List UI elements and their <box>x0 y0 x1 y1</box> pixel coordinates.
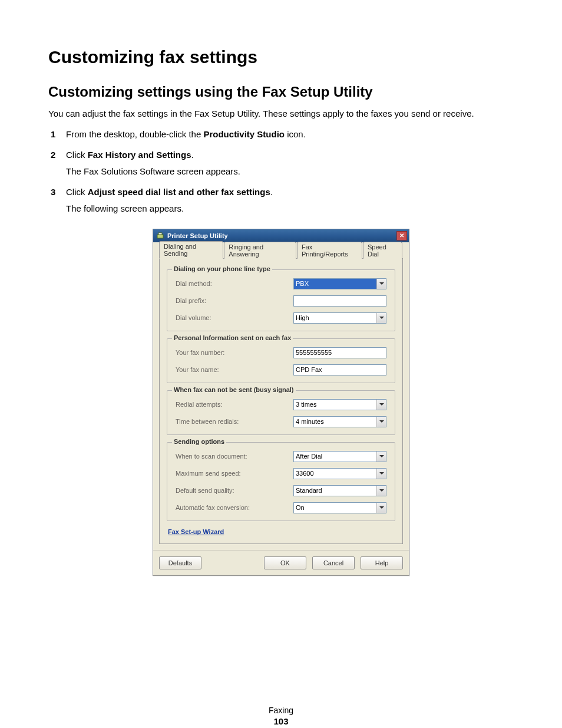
svg-rect-0 <box>157 235 163 238</box>
when-to-scan-label: When to scan document: <box>176 453 293 460</box>
group-personal-info: Personal Information sent on each fax Yo… <box>167 338 395 383</box>
section-heading: Customizing settings using the Fax Setup… <box>48 84 514 100</box>
when-to-scan-select[interactable]: After Dial <box>293 451 386 462</box>
app-icon <box>156 232 164 240</box>
dialog-titlebar: Printer Setup Utility ✕ <box>153 229 409 242</box>
redial-attempts-select[interactable]: 3 times <box>293 399 386 410</box>
auto-fax-conversion-select[interactable]: On <box>293 502 386 513</box>
step-text-post: . <box>191 150 194 160</box>
tab-panel-dialing: Dialing on your phone line type Dial met… <box>159 259 403 544</box>
dial-method-label: Dial method: <box>176 280 293 287</box>
cancel-button[interactable]: Cancel <box>312 556 355 569</box>
step-2: 2 Click Fax History and Settings. The Fa… <box>48 149 514 186</box>
dial-volume-label: Dial volume: <box>176 314 293 321</box>
step-3: 3 Click Adjust speed dial list and other… <box>48 186 514 223</box>
chevron-down-icon[interactable] <box>376 469 386 479</box>
group-legend: When fax can not be sent (busy signal) <box>172 386 296 393</box>
group-legend: Dialing on your phone line type <box>172 265 272 272</box>
chevron-down-icon[interactable] <box>376 417 386 427</box>
group-sending-options: Sending options When to scan document: A… <box>167 442 395 521</box>
fax-name-label: Your fax name: <box>176 366 293 373</box>
chevron-down-icon[interactable] <box>376 486 386 496</box>
dialog-button-bar: Defaults OK Cancel Help <box>153 550 409 575</box>
group-legend: Personal Information sent on each fax <box>172 334 293 341</box>
dial-prefix-label: Dial prefix: <box>176 297 293 304</box>
page-heading: Customizing fax settings <box>48 47 514 67</box>
footer-section-label: Faxing <box>48 706 514 715</box>
dial-prefix-input[interactable] <box>293 295 386 307</box>
ok-button[interactable]: OK <box>264 556 306 569</box>
tab-speed-dial[interactable]: Speed Dial <box>363 242 402 259</box>
step-text-bold: Productivity Studio <box>203 129 285 139</box>
chevron-down-icon[interactable] <box>376 400 386 410</box>
dial-method-value: PBX <box>296 280 309 287</box>
tab-dialing-and-sending[interactable]: Dialing and Sending <box>159 241 223 259</box>
time-between-redials-label: Time between redials: <box>176 418 293 425</box>
group-busy-signal: When fax can not be sent (busy signal) R… <box>167 390 395 435</box>
tab-ringing-and-answering[interactable]: Ringing and Answering <box>224 242 296 259</box>
chevron-down-icon[interactable] <box>376 279 386 289</box>
default-quality-select[interactable]: Standard <box>293 485 386 496</box>
tabstrip: Dialing and Sending Ringing and Answerin… <box>159 247 403 259</box>
svg-rect-1 <box>158 233 162 235</box>
help-button[interactable]: Help <box>361 556 403 569</box>
step-text-post: . <box>270 187 273 197</box>
step-text-post: icon. <box>285 129 306 139</box>
max-send-speed-select[interactable]: 33600 <box>293 468 386 479</box>
group-dialing: Dialing on your phone line type Dial met… <box>167 269 395 331</box>
max-send-speed-label: Maximum send speed: <box>176 470 293 477</box>
chevron-down-icon[interactable] <box>376 313 386 323</box>
default-quality-value: Standard <box>296 487 322 494</box>
dial-volume-select[interactable]: High <box>293 312 386 324</box>
dial-volume-value: High <box>296 314 309 321</box>
step-subtext: The following screen appears. <box>66 202 514 216</box>
intro-paragraph: You can adjust the fax settings in the F… <box>48 108 514 118</box>
defaults-button[interactable]: Defaults <box>159 556 201 569</box>
step-text-bold: Adjust speed dial list and other fax set… <box>88 187 270 197</box>
when-to-scan-value: After Dial <box>296 453 322 460</box>
close-icon[interactable]: ✕ <box>396 231 407 241</box>
printer-setup-dialog: Printer Setup Utility ✕ Dialing and Send… <box>153 229 409 576</box>
redial-attempts-label: Redial attempts: <box>176 401 293 408</box>
dial-method-select[interactable]: PBX <box>293 278 386 289</box>
step-subtext: The Fax Solutions Software screen appear… <box>66 165 514 179</box>
fax-setup-wizard-link[interactable]: Fax Set-up Wizard <box>168 528 224 535</box>
step-text-pre: From the desktop, double-click the <box>66 129 203 139</box>
chevron-down-icon[interactable] <box>376 503 386 513</box>
step-number: 1 <box>51 128 55 141</box>
fax-number-value: 5555555555 <box>296 349 332 356</box>
fax-number-input[interactable]: 5555555555 <box>293 347 386 358</box>
chevron-down-icon[interactable] <box>376 452 386 462</box>
auto-fax-conversion-label: Automatic fax conversion: <box>176 504 293 511</box>
page-number: 103 <box>48 716 514 726</box>
fax-name-value: CPD Fax <box>296 366 322 373</box>
redial-attempts-value: 3 times <box>296 401 316 408</box>
dialog-title: Printer Setup Utility <box>167 232 396 239</box>
time-between-redials-value: 4 minutes <box>296 418 324 425</box>
step-number: 2 <box>51 149 55 162</box>
step-text-pre: Click <box>66 187 88 197</box>
step-text-bold: Fax History and Settings <box>88 150 191 160</box>
step-1: 1 From the desktop, double-click the Pro… <box>48 128 514 149</box>
step-number: 3 <box>51 186 55 199</box>
default-quality-label: Default send quality: <box>176 487 293 494</box>
auto-fax-conversion-value: On <box>296 504 305 511</box>
fax-name-input[interactable]: CPD Fax <box>293 364 386 375</box>
group-legend: Sending options <box>172 438 226 445</box>
time-between-redials-select[interactable]: 4 minutes <box>293 416 386 427</box>
step-text-pre: Click <box>66 150 88 160</box>
fax-number-label: Your fax number: <box>176 349 293 356</box>
tab-fax-printing-reports[interactable]: Fax Printing/Reports <box>297 242 362 259</box>
max-send-speed-value: 33600 <box>296 470 314 477</box>
